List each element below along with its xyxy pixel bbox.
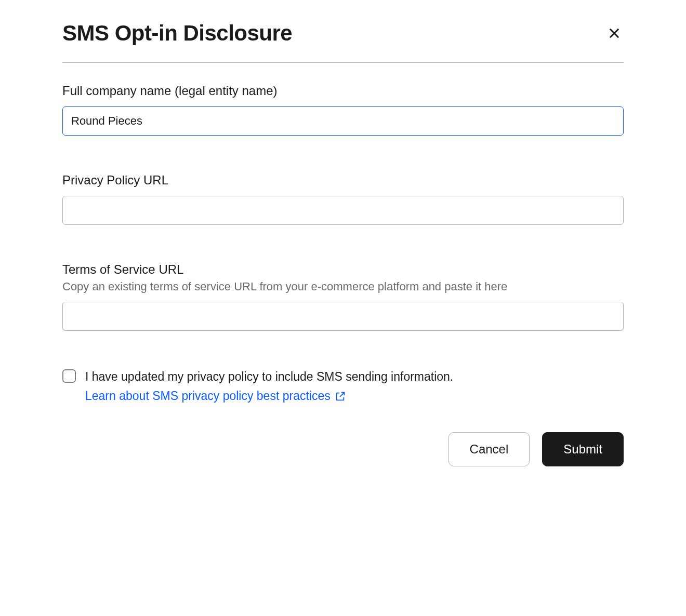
privacy-policy-label: Privacy Policy URL — [62, 173, 624, 188]
submit-button[interactable]: Submit — [542, 432, 624, 466]
modal-title: SMS Opt-in Disclosure — [62, 21, 292, 46]
sms-optin-modal: SMS Opt-in Disclosure Full company name … — [62, 21, 624, 466]
privacy-policy-input[interactable] — [62, 196, 624, 225]
company-name-label: Full company name (legal entity name) — [62, 84, 624, 98]
consent-content: I have updated my privacy policy to incl… — [85, 368, 624, 403]
consent-checkbox[interactable] — [62, 369, 76, 383]
button-row: Cancel Submit — [62, 432, 624, 466]
cancel-button[interactable]: Cancel — [448, 432, 530, 466]
consent-label: I have updated my privacy policy to incl… — [85, 368, 624, 385]
learn-more-link[interactable]: Learn about SMS privacy policy best prac… — [85, 389, 346, 403]
company-name-group: Full company name (legal entity name) — [62, 84, 624, 136]
consent-row: I have updated my privacy policy to incl… — [62, 368, 624, 403]
close-icon — [607, 26, 622, 41]
terms-of-service-input[interactable] — [62, 302, 624, 331]
modal-header: SMS Opt-in Disclosure — [62, 21, 624, 63]
privacy-policy-group: Privacy Policy URL — [62, 173, 624, 225]
external-link-icon — [335, 391, 346, 402]
terms-of-service-group: Terms of Service URL Copy an existing te… — [62, 262, 624, 331]
terms-of-service-label: Terms of Service URL — [62, 262, 624, 277]
learn-more-text: Learn about SMS privacy policy best prac… — [85, 389, 331, 403]
company-name-input[interactable] — [62, 106, 624, 136]
terms-of-service-helper: Copy an existing terms of service URL fr… — [62, 280, 624, 293]
close-button[interactable] — [605, 24, 624, 43]
